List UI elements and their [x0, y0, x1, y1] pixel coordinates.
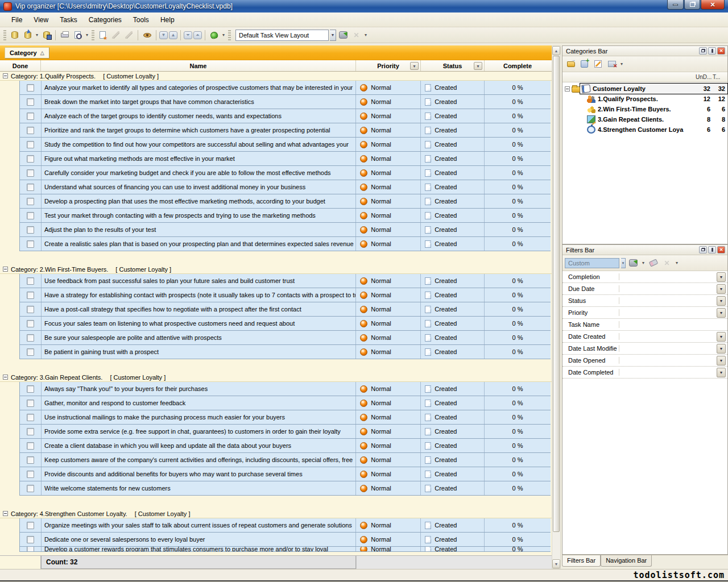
layout-combo[interactable]: Default Task View Layout	[235, 30, 329, 41]
status-cell[interactable]: Created	[421, 237, 485, 251]
done-checkbox[interactable]	[27, 334, 34, 342]
category-group-row[interactable]: Category: 2.Win First-Time Buyers.[ Cust…	[0, 265, 552, 274]
category-group-row[interactable]: Category: 1.Qualify Prospects.[ Customer…	[0, 72, 552, 81]
restore-button[interactable]	[684, 0, 700, 10]
task-name-cell[interactable]: Use instructional mailings to make the p…	[42, 410, 356, 424]
collapse-group-icon[interactable]	[3, 73, 8, 78]
task-name-cell[interactable]: Provide some extra service (e.g. free su…	[42, 425, 356, 438]
filters-close-button[interactable]: ✕	[717, 246, 725, 253]
category-tree-item[interactable]: 3.Gain Repeat Clients.88	[562, 114, 727, 124]
filter-dropdown-button[interactable]: ▼	[717, 332, 726, 342]
complete-cell[interactable]: 0 %	[485, 547, 551, 551]
menu-tools[interactable]: Tools	[127, 14, 155, 26]
task-row[interactable]: Dedicate one or several salespersons to …	[19, 533, 551, 547]
move-down-button[interactable]: ▼	[159, 31, 168, 39]
task-row[interactable]: Study the competition to find out how yo…	[19, 138, 551, 152]
priority-cell[interactable]: Normal	[356, 109, 421, 123]
column-header-complete[interactable]: Complete	[485, 60, 551, 71]
task-row[interactable]: Use feedback from past successful sales …	[19, 274, 551, 288]
task-name-cell[interactable]: Analyze each of the target groups to ide…	[42, 109, 356, 123]
complete-cell[interactable]: 0 %	[485, 180, 551, 194]
task-name-cell[interactable]: Break down the market into target groups…	[42, 95, 356, 109]
new-subcategory-button[interactable]	[578, 59, 590, 70]
priority-cell[interactable]: Normal	[356, 518, 421, 532]
status-cell[interactable]: Created	[421, 138, 485, 151]
task-row[interactable]: Prioritize and rank the target groups to…	[19, 123, 551, 138]
task-row[interactable]: Develop a prospecting plan that uses the…	[19, 194, 551, 209]
done-checkbox[interactable]	[27, 385, 34, 393]
priority-cell[interactable]: Normal	[356, 453, 421, 467]
priority-cell[interactable]: Normal	[356, 547, 421, 551]
filter-dropdown-button[interactable]: ▼	[717, 344, 726, 354]
categories-restore-button[interactable]	[699, 47, 707, 55]
filter-dropdown-button[interactable]: ▼	[717, 296, 726, 306]
done-checkbox[interactable]	[27, 127, 34, 134]
filter-dropdown-button[interactable]: ▼	[717, 308, 726, 318]
status-cell[interactable]: Created	[421, 382, 485, 396]
filters-toolbar-overflow[interactable]: ▾	[675, 260, 679, 265]
status-cell[interactable]: Created	[421, 223, 485, 236]
done-checkbox[interactable]	[27, 84, 34, 92]
menu-categories[interactable]: Categories	[83, 14, 127, 26]
task-name-cell[interactable]: Focus your sales team on listening to wh…	[42, 317, 356, 330]
priority-cell[interactable]: Normal	[356, 95, 421, 109]
find-button[interactable]	[141, 30, 153, 41]
tree-collapse-icon[interactable]	[565, 86, 570, 92]
done-checkbox[interactable]	[27, 547, 34, 552]
print-preview-button[interactable]	[72, 30, 84, 41]
task-row[interactable]: Gather, monitor and respond to customer …	[19, 396, 551, 410]
status-filter-button[interactable]: ▼	[474, 62, 482, 70]
complete-cell[interactable]: 0 %	[485, 331, 551, 344]
layout-dropdown[interactable]: ▾	[363, 32, 368, 38]
complete-cell[interactable]: 0 %	[485, 81, 551, 94]
complete-cell[interactable]: 0 %	[485, 518, 551, 532]
priority-cell[interactable]: Normal	[356, 439, 421, 452]
priority-cell[interactable]: Normal	[356, 237, 421, 251]
status-cell[interactable]: Created	[421, 288, 485, 302]
task-row[interactable]: Organize meetings with your sales staff …	[19, 518, 551, 533]
filters-pin-button[interactable]	[708, 246, 716, 253]
priority-cell[interactable]: Normal	[356, 467, 421, 481]
task-name-cell[interactable]: Have a post-call strategy that specifies…	[42, 302, 356, 316]
complete-cell[interactable]: 0 %	[485, 288, 551, 302]
priority-cell[interactable]: Normal	[356, 345, 421, 359]
complete-cell[interactable]: 0 %	[485, 439, 551, 452]
task-row[interactable]: Analyze your market to identify all type…	[19, 81, 551, 95]
status-cell[interactable]: Created	[421, 453, 485, 467]
priority-cell[interactable]: Normal	[356, 138, 421, 151]
task-row[interactable]: Carefully consider your marketing budget…	[19, 166, 551, 180]
complete-cell[interactable]: 0 %	[485, 410, 551, 424]
move-bottom-button[interactable]: ⏷	[184, 31, 192, 39]
task-name-cell[interactable]: Adjust the plan to the results of your t…	[42, 223, 356, 236]
status-cell[interactable]: Created	[421, 95, 485, 109]
new-task-button[interactable]	[97, 30, 109, 41]
done-checkbox[interactable]	[27, 184, 34, 191]
delete-category-button[interactable]	[606, 59, 618, 70]
complete-cell[interactable]: 0 %	[485, 123, 551, 137]
column-header-done[interactable]: Done	[0, 60, 41, 71]
done-checkbox[interactable]	[27, 169, 34, 177]
clear-filter-button[interactable]	[647, 257, 659, 269]
new-database-button[interactable]	[9, 30, 20, 41]
edit-task-button[interactable]	[110, 30, 122, 41]
status-cell[interactable]: Created	[421, 317, 485, 330]
priority-cell[interactable]: Normal	[356, 81, 421, 94]
complete-cell[interactable]: 0 %	[485, 425, 551, 438]
done-checkbox[interactable]	[27, 240, 34, 248]
done-checkbox[interactable]	[27, 226, 34, 234]
category-tree-item[interactable]: 2.Win First-Time Buyers.66	[562, 104, 727, 114]
done-checkbox[interactable]	[27, 98, 34, 106]
done-checkbox[interactable]	[27, 428, 34, 435]
status-cell[interactable]: Created	[421, 547, 485, 551]
priority-cell[interactable]: Normal	[356, 209, 421, 222]
done-checkbox[interactable]	[27, 348, 34, 356]
done-checkbox[interactable]	[27, 400, 34, 407]
task-row[interactable]: Have a post-call strategy that specifies…	[19, 302, 551, 317]
status-cell[interactable]: Created	[421, 410, 485, 424]
task-row[interactable]: Be patient in gaining trust with a prosp…	[19, 345, 551, 359]
priority-cell[interactable]: Normal	[356, 180, 421, 194]
status-cell[interactable]: Created	[421, 439, 485, 452]
task-name-cell[interactable]: Study the competition to find out how yo…	[42, 138, 356, 151]
task-name-cell[interactable]: Provide discounts and additional benefit…	[42, 467, 356, 481]
task-name-cell[interactable]: Organize meetings with your sales staff …	[42, 518, 356, 532]
